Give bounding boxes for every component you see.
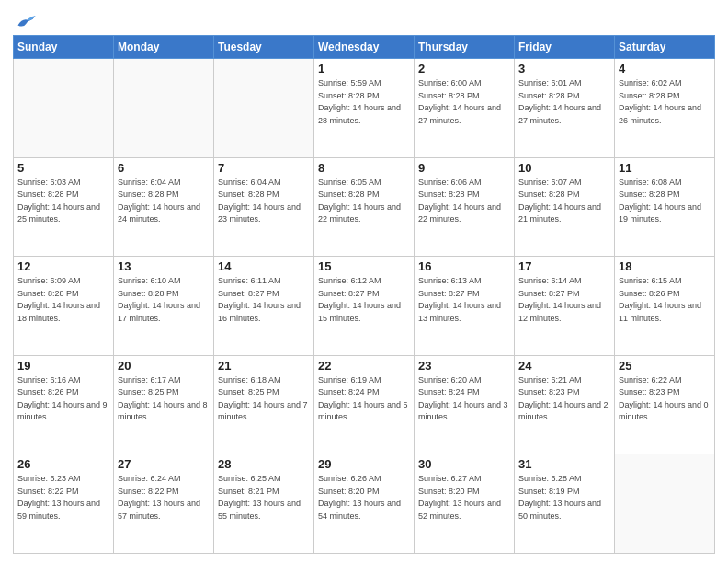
- page: SundayMondayTuesdayWednesdayThursdayFrid…: [0, 0, 728, 563]
- day-info: Sunrise: 6:27 AMSunset: 8:20 PMDaylight:…: [418, 473, 510, 523]
- day-info: Sunrise: 6:22 AMSunset: 8:23 PMDaylight:…: [619, 374, 711, 424]
- day-info: Sunrise: 6:04 AMSunset: 8:28 PMDaylight:…: [118, 177, 210, 226]
- day-number: 15: [318, 259, 410, 273]
- day-info: Sunrise: 6:16 AMSunset: 8:26 PMDaylight:…: [17, 374, 109, 424]
- day-number: 25: [619, 359, 711, 373]
- day-number: 23: [418, 359, 510, 373]
- day-number: 9: [418, 161, 510, 175]
- day-info: Sunrise: 6:04 AMSunset: 8:28 PMDaylight:…: [218, 177, 310, 226]
- calendar-cell: 9Sunrise: 6:06 AMSunset: 8:28 PMDaylight…: [415, 157, 515, 257]
- day-number: 10: [518, 161, 610, 175]
- calendar-header-row: SundayMondayTuesdayWednesdayThursdayFrid…: [14, 36, 715, 59]
- day-number: 7: [218, 161, 310, 175]
- calendar-cell: 17Sunrise: 6:14 AMSunset: 8:27 PMDayligh…: [515, 257, 615, 356]
- day-info: Sunrise: 6:14 AMSunset: 8:27 PMDaylight:…: [518, 275, 610, 325]
- calendar-cell: [214, 59, 314, 158]
- day-info: Sunrise: 6:11 AMSunset: 8:27 PMDaylight:…: [218, 275, 310, 325]
- calendar-cell: 21Sunrise: 6:18 AMSunset: 8:25 PMDayligh…: [214, 355, 314, 454]
- day-number: 27: [118, 457, 210, 471]
- weekday-header-friday: Friday: [515, 36, 615, 59]
- calendar-cell: 14Sunrise: 6:11 AMSunset: 8:27 PMDayligh…: [214, 257, 314, 356]
- calendar-cell: 7Sunrise: 6:04 AMSunset: 8:28 PMDaylight…: [214, 157, 314, 257]
- day-number: 2: [418, 62, 510, 75]
- calendar-cell: 10Sunrise: 6:07 AMSunset: 8:28 PMDayligh…: [515, 157, 615, 257]
- calendar-cell: 22Sunrise: 6:19 AMSunset: 8:24 PMDayligh…: [314, 355, 415, 454]
- day-info: Sunrise: 6:06 AMSunset: 8:28 PMDaylight:…: [418, 177, 510, 226]
- day-number: 4: [619, 62, 711, 75]
- calendar-cell: 28Sunrise: 6:25 AMSunset: 8:21 PMDayligh…: [214, 454, 314, 554]
- calendar-cell: 26Sunrise: 6:23 AMSunset: 8:22 PMDayligh…: [14, 454, 114, 554]
- calendar-cell: 16Sunrise: 6:13 AMSunset: 8:27 PMDayligh…: [415, 257, 515, 356]
- weekday-header-thursday: Thursday: [415, 36, 515, 59]
- weekday-header-monday: Monday: [114, 36, 214, 59]
- day-number: 31: [518, 457, 610, 471]
- day-info: Sunrise: 6:10 AMSunset: 8:28 PMDaylight:…: [118, 275, 210, 325]
- calendar-cell: [615, 454, 715, 554]
- calendar-cell: 15Sunrise: 6:12 AMSunset: 8:27 PMDayligh…: [314, 257, 415, 356]
- day-info: Sunrise: 6:15 AMSunset: 8:26 PMDaylight:…: [619, 275, 711, 325]
- calendar-cell: 31Sunrise: 6:28 AMSunset: 8:19 PMDayligh…: [515, 454, 615, 554]
- day-info: Sunrise: 6:26 AMSunset: 8:20 PMDaylight:…: [318, 473, 410, 523]
- calendar-week-row: 26Sunrise: 6:23 AMSunset: 8:22 PMDayligh…: [14, 454, 715, 554]
- calendar-cell: 4Sunrise: 6:02 AMSunset: 8:28 PMDaylight…: [615, 59, 715, 158]
- day-info: Sunrise: 6:05 AMSunset: 8:28 PMDaylight:…: [318, 177, 410, 226]
- day-number: 3: [518, 62, 610, 75]
- day-info: Sunrise: 6:08 AMSunset: 8:28 PMDaylight:…: [619, 177, 711, 226]
- calendar-cell: 1Sunrise: 5:59 AMSunset: 8:28 PMDaylight…: [314, 59, 415, 158]
- day-number: 28: [218, 457, 310, 471]
- day-number: 18: [619, 259, 711, 273]
- calendar-cell: 18Sunrise: 6:15 AMSunset: 8:26 PMDayligh…: [615, 257, 715, 356]
- day-number: 1: [318, 62, 410, 75]
- weekday-header-saturday: Saturday: [615, 36, 715, 59]
- calendar-week-row: 19Sunrise: 6:16 AMSunset: 8:26 PMDayligh…: [14, 355, 715, 454]
- day-info: Sunrise: 6:24 AMSunset: 8:22 PMDaylight:…: [118, 473, 210, 523]
- logo-area: [13, 9, 39, 29]
- calendar-cell: 24Sunrise: 6:21 AMSunset: 8:23 PMDayligh…: [515, 355, 615, 454]
- calendar-cell: 12Sunrise: 6:09 AMSunset: 8:28 PMDayligh…: [14, 257, 114, 356]
- calendar-cell: 20Sunrise: 6:17 AMSunset: 8:25 PMDayligh…: [114, 355, 214, 454]
- day-info: Sunrise: 5:59 AMSunset: 8:28 PMDaylight:…: [318, 77, 410, 127]
- day-info: Sunrise: 6:12 AMSunset: 8:27 PMDaylight:…: [318, 275, 410, 325]
- day-info: Sunrise: 6:09 AMSunset: 8:28 PMDaylight:…: [17, 275, 109, 325]
- day-info: Sunrise: 6:07 AMSunset: 8:28 PMDaylight:…: [518, 177, 610, 226]
- day-info: Sunrise: 6:13 AMSunset: 8:27 PMDaylight:…: [418, 275, 510, 325]
- calendar-week-row: 1Sunrise: 5:59 AMSunset: 8:28 PMDaylight…: [14, 59, 715, 158]
- day-info: Sunrise: 6:23 AMSunset: 8:22 PMDaylight:…: [17, 473, 109, 523]
- calendar-cell: 6Sunrise: 6:04 AMSunset: 8:28 PMDaylight…: [114, 157, 214, 257]
- day-info: Sunrise: 6:02 AMSunset: 8:28 PMDaylight:…: [619, 77, 711, 127]
- day-number: 30: [418, 457, 510, 471]
- calendar-cell: 23Sunrise: 6:20 AMSunset: 8:24 PMDayligh…: [415, 355, 515, 454]
- day-info: Sunrise: 6:03 AMSunset: 8:28 PMDaylight:…: [17, 177, 109, 226]
- weekday-header-wednesday: Wednesday: [314, 36, 415, 59]
- day-info: Sunrise: 6:20 AMSunset: 8:24 PMDaylight:…: [418, 374, 510, 424]
- day-number: 14: [218, 259, 310, 273]
- day-number: 24: [518, 359, 610, 373]
- calendar-week-row: 5Sunrise: 6:03 AMSunset: 8:28 PMDaylight…: [14, 157, 715, 257]
- day-number: 20: [118, 359, 210, 373]
- day-number: 26: [17, 457, 109, 471]
- day-number: 19: [17, 359, 109, 373]
- day-info: Sunrise: 6:01 AMSunset: 8:28 PMDaylight:…: [518, 77, 610, 127]
- header: [13, 9, 715, 29]
- logo-bird-icon: [17, 13, 37, 29]
- calendar-cell: 30Sunrise: 6:27 AMSunset: 8:20 PMDayligh…: [415, 454, 515, 554]
- day-info: Sunrise: 6:28 AMSunset: 8:19 PMDaylight:…: [518, 473, 610, 523]
- calendar-cell: 5Sunrise: 6:03 AMSunset: 8:28 PMDaylight…: [14, 157, 114, 257]
- day-number: 11: [619, 161, 711, 175]
- day-number: 17: [518, 259, 610, 273]
- day-number: 29: [318, 457, 410, 471]
- day-info: Sunrise: 6:21 AMSunset: 8:23 PMDaylight:…: [518, 374, 610, 424]
- day-number: 16: [418, 259, 510, 273]
- calendar-cell: [114, 59, 214, 158]
- day-info: Sunrise: 6:19 AMSunset: 8:24 PMDaylight:…: [318, 374, 410, 424]
- calendar-cell: 3Sunrise: 6:01 AMSunset: 8:28 PMDaylight…: [515, 59, 615, 158]
- weekday-header-sunday: Sunday: [14, 36, 114, 59]
- calendar-cell: [14, 59, 114, 158]
- day-number: 8: [318, 161, 410, 175]
- calendar-cell: 29Sunrise: 6:26 AMSunset: 8:20 PMDayligh…: [314, 454, 415, 554]
- day-info: Sunrise: 6:17 AMSunset: 8:25 PMDaylight:…: [118, 374, 210, 424]
- day-info: Sunrise: 6:00 AMSunset: 8:28 PMDaylight:…: [418, 77, 510, 127]
- day-info: Sunrise: 6:25 AMSunset: 8:21 PMDaylight:…: [218, 473, 310, 523]
- calendar-cell: 2Sunrise: 6:00 AMSunset: 8:28 PMDaylight…: [415, 59, 515, 158]
- weekday-header-tuesday: Tuesday: [214, 36, 314, 59]
